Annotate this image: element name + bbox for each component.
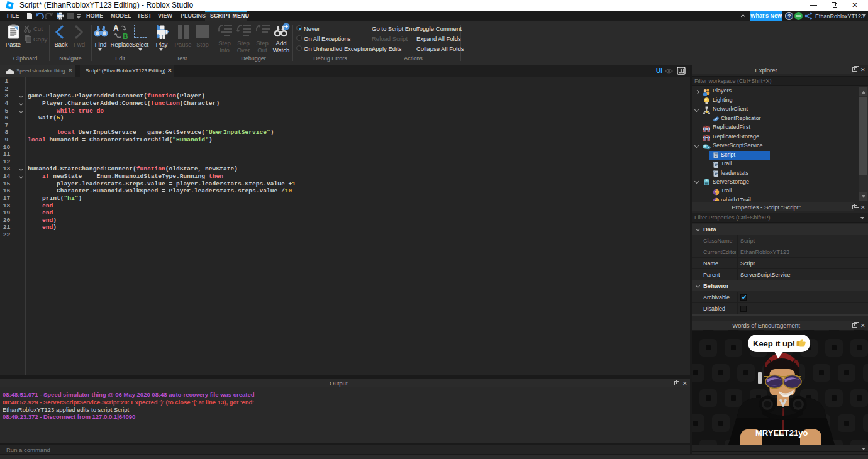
svg-text:MRYEET21yo: MRYEET21yo — [755, 428, 808, 438]
svg-text:A: A — [113, 24, 119, 33]
svg-text:B: B — [123, 32, 128, 40]
svg-text:Keep it up!: Keep it up! — [753, 339, 795, 348]
svg-text:?: ? — [787, 13, 791, 19]
